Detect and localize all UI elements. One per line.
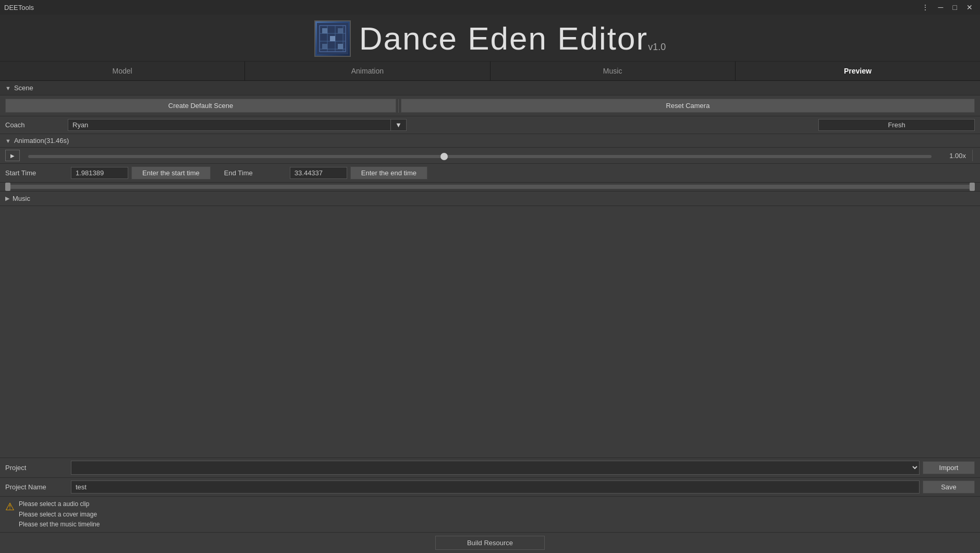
range-right-handle[interactable] [970, 183, 975, 191]
tab-preview[interactable]: Preview [736, 62, 980, 80]
svg-rect-8 [322, 28, 327, 33]
title-bar: DEETools ⋮ ─ □ ✕ [0, 0, 980, 15]
warning-1: Please select a audio clip [19, 499, 100, 509]
play-icon: ▶ [10, 153, 15, 159]
range-row [0, 183, 980, 191]
start-time-input[interactable] [71, 167, 128, 179]
animation-section-header[interactable]: ▼ Animation(31.46s) [0, 134, 980, 148]
warnings-text: Please select a audio clip Please select… [19, 499, 100, 530]
scene-section-header[interactable]: ▼ Scene [0, 81, 980, 95]
app-title: Dance Eden Editor [359, 20, 648, 57]
minimize-button[interactable]: ─ [935, 2, 947, 13]
scene-section-title: Scene [14, 84, 33, 92]
svg-rect-9 [330, 36, 335, 41]
coach-label: Coach [5, 121, 68, 129]
project-row: Project Import [0, 458, 980, 477]
range-track [5, 185, 975, 189]
app-version: v1.0 [648, 42, 666, 53]
menu-icon[interactable]: ⋮ [918, 2, 932, 13]
svg-rect-12 [322, 44, 327, 49]
create-default-scene-button[interactable]: Create Default Scene [5, 99, 396, 113]
play-button[interactable]: ▶ [5, 150, 20, 161]
project-name-row: Project Name Save [0, 477, 980, 496]
music-section-header[interactable]: ▶ Music [0, 191, 980, 206]
project-name-input[interactable] [71, 480, 920, 494]
animation-section-title: Animation(31.46s) [14, 137, 69, 145]
warning-3: Please set the music timeline [19, 520, 100, 530]
build-resource-row: Build Resource [0, 532, 980, 553]
main-content: ▼ Scene Create Default Scene Reset Camer… [0, 81, 980, 206]
coach-input[interactable] [68, 119, 391, 131]
project-name-label: Project Name [5, 483, 68, 491]
scene-toolbar-row: Create Default Scene Reset Camera [0, 95, 980, 116]
end-time-input[interactable] [290, 167, 347, 179]
nav-tabs: Model Animation Music Preview [0, 62, 980, 81]
coach-row: Coach ▼ Fresh [0, 116, 980, 134]
app-name: DEETools [4, 4, 34, 11]
vertical-divider [972, 150, 973, 161]
warning-2: Please select a cover image [19, 510, 100, 520]
warnings-row: ⚠ Please select a audio clip Please sele… [0, 496, 980, 532]
speed-value: 1.00x [940, 152, 966, 160]
svg-rect-10 [338, 44, 343, 49]
scene-arrow-icon: ▼ [5, 85, 11, 91]
build-resource-button[interactable]: Build Resource [435, 536, 545, 550]
header: Dance Eden Editor v1.0 [0, 15, 980, 62]
range-left-handle[interactable] [5, 183, 10, 191]
fresh-label: Fresh [818, 119, 975, 131]
start-time-label: Start Time [5, 169, 68, 177]
enter-end-time-button[interactable]: Enter the end time [350, 166, 427, 179]
music-section-title: Music [13, 195, 30, 202]
import-button[interactable]: Import [923, 461, 975, 474]
time-row: Start Time Enter the start time End Time… [0, 164, 980, 183]
svg-rect-11 [338, 28, 343, 33]
close-button[interactable]: ✕ [963, 2, 976, 13]
project-area: Project Import Project Name Save ⚠ Pleas… [0, 458, 980, 553]
window-controls: ⋮ ─ □ ✕ [918, 2, 976, 13]
project-dropdown[interactable] [71, 461, 920, 475]
animation-controls-row: ▶ 1.00x [0, 148, 980, 164]
music-arrow-icon: ▶ [5, 195, 9, 202]
coach-dropdown-arrow[interactable]: ▼ [391, 119, 407, 131]
project-label: Project [5, 464, 68, 472]
warning-icon: ⚠ [5, 500, 15, 513]
maximize-button[interactable]: □ [950, 2, 960, 13]
app-logo [314, 20, 351, 57]
animation-arrow-icon: ▼ [5, 138, 11, 144]
save-button[interactable]: Save [923, 480, 975, 494]
tab-model[interactable]: Model [0, 62, 245, 80]
tab-music[interactable]: Music [491, 62, 736, 80]
toolbar-divider [398, 99, 399, 113]
reset-camera-button[interactable]: Reset Camera [401, 99, 975, 113]
animation-slider[interactable] [28, 155, 932, 158]
animation-slider-container [24, 152, 936, 160]
tab-animation[interactable]: Animation [245, 62, 490, 80]
end-time-label: End Time [224, 169, 287, 177]
enter-start-time-button[interactable]: Enter the start time [131, 166, 211, 179]
